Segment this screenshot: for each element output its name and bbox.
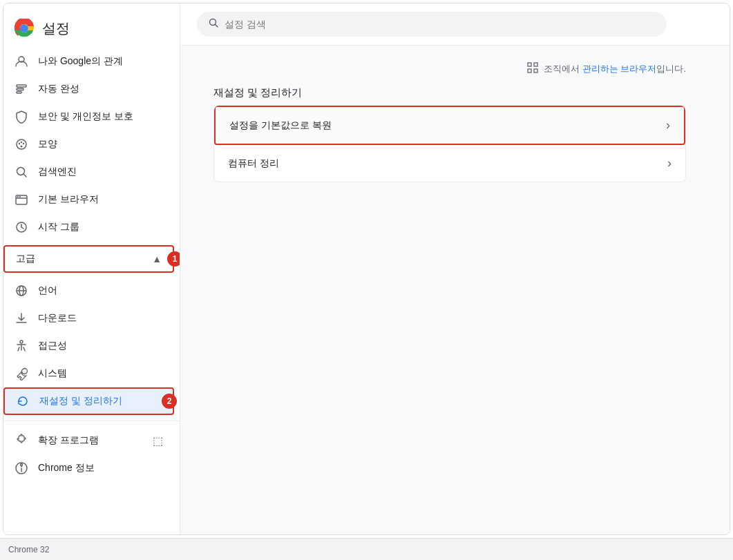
svg-point-17	[19, 196, 21, 197]
svg-point-8	[19, 143, 20, 144]
sidebar-label-downloads: 다운로드	[38, 312, 163, 325]
autofill-icon	[15, 82, 28, 96]
sidebar-label-on-startup: 시작 그룹	[38, 221, 163, 233]
app-title: 설정	[42, 19, 70, 38]
search-bar-container	[180, 3, 730, 46]
external-link-icon: ⬚	[153, 434, 163, 447]
search-bar-icon	[208, 17, 219, 31]
svg-point-12	[17, 168, 25, 175]
sidebar-label-autofill: 자동 완성	[38, 83, 163, 95]
sidebar-item-privacy[interactable]: 보안 및 개인정보 보호	[3, 103, 174, 131]
chrome-logo-icon	[15, 19, 34, 38]
chevron-up-icon: ▲	[152, 253, 162, 264]
sidebar-label-appearance: 모양	[38, 138, 163, 151]
sidebar-label-extensions: 확장 프로그램	[38, 434, 143, 447]
sidebar-item-system[interactable]: 시스템	[3, 360, 174, 387]
puzzle-icon	[15, 434, 28, 447]
wrench-icon	[15, 367, 28, 380]
sidebar-label-reset: 재설정 및 정리하기	[39, 395, 162, 407]
sidebar-label-system: 시스템	[38, 367, 163, 380]
svg-line-13	[24, 175, 27, 177]
palette-icon	[15, 137, 28, 151]
sidebar-item-google-account[interactable]: 나와 Google의 관계	[3, 48, 174, 75]
grid-icon	[527, 62, 538, 75]
person-icon	[15, 55, 28, 68]
search-icon	[15, 165, 28, 179]
svg-point-16	[17, 196, 19, 197]
svg-point-23	[20, 340, 23, 343]
svg-point-2	[21, 26, 28, 32]
search-bar[interactable]	[197, 12, 667, 37]
shield-icon	[15, 110, 28, 124]
svg-point-7	[17, 139, 26, 149]
svg-rect-31	[534, 63, 537, 66]
sidebar-label-search-engine: 검색엔진	[38, 166, 163, 178]
startup-icon	[15, 220, 28, 234]
svg-rect-5	[17, 88, 23, 90]
sidebar-header: 설정	[3, 9, 180, 48]
managed-link[interactable]: 관리하는 브라우저	[582, 64, 657, 74]
sidebar-item-on-startup[interactable]: 시작 그룹	[3, 213, 174, 241]
advanced-label: 고급	[16, 253, 142, 265]
sidebar-item-downloads[interactable]: 다운로드	[3, 305, 174, 332]
svg-point-26	[21, 464, 23, 466]
svg-rect-4	[17, 85, 26, 87]
sidebar: 설정 나와 Google의 관계 자동 완성 보안 및 개인정보 보호	[3, 3, 180, 534]
reset-item-wrapper-1: 3 설정을 기본값으로 복원 ›	[214, 106, 685, 145]
sidebar-item-languages[interactable]: 언어	[3, 277, 174, 305]
svg-rect-33	[534, 69, 537, 73]
main-content: 조직에서 관리하는 브라우저입니다. 재설정 및 정리하기 3 설정을 기본값으…	[180, 3, 730, 534]
sidebar-item-extensions[interactable]: 확장 프로그램 ⬚	[3, 427, 174, 454]
status-bar-text: Chrome 32	[8, 545, 49, 554]
content-area: 조직에서 관리하는 브라우저입니다. 재설정 및 정리하기 3 설정을 기본값으…	[180, 46, 719, 199]
globe-icon	[15, 284, 28, 298]
sidebar-label-about: Chrome 정보	[38, 462, 163, 474]
managed-text: 조직에서 관리하는 브라우저입니다.	[544, 63, 686, 75]
reset-list: 3 설정을 기본값으로 복원 › 컴퓨터 정리 ›	[213, 105, 686, 182]
advanced-badge: 1	[167, 251, 180, 267]
section-title: 재설정 및 정리하기	[213, 86, 686, 99]
sidebar-item-accessibility[interactable]: 접근성	[3, 332, 174, 360]
advanced-section-wrapper: 고급 ▲ 1	[3, 242, 180, 276]
sidebar-item-default-browser[interactable]: 기본 브라우저	[3, 186, 174, 213]
sidebar-label-default-browser: 기본 브라우저	[38, 193, 163, 206]
sidebar-item-reset[interactable]: 재설정 및 정리하기	[3, 387, 174, 415]
sidebar-item-about[interactable]: Chrome 정보	[3, 454, 174, 482]
sidebar-item-appearance[interactable]: 모양	[3, 131, 174, 158]
restore-defaults-label: 설정을 기본값으로 복원	[229, 119, 666, 132]
accessibility-icon	[15, 339, 28, 353]
svg-point-10	[23, 143, 24, 144]
sidebar-label-languages: 언어	[38, 284, 163, 297]
chevron-right-icon-restore: ›	[666, 118, 670, 133]
sidebar-item-autofill[interactable]: 자동 완성	[3, 75, 174, 103]
chrome-about-icon	[15, 461, 28, 475]
reset-item-restore[interactable]: 설정을 기본값으로 복원 ›	[214, 106, 685, 145]
browser-icon	[15, 193, 28, 206]
reset-badge: 2	[162, 394, 177, 409]
svg-point-11	[21, 146, 23, 148]
svg-rect-32	[528, 69, 531, 73]
clean-computer-label: 컴퓨터 정리	[228, 157, 667, 170]
chevron-right-icon-clean: ›	[667, 156, 672, 171]
reset-icon	[16, 394, 30, 408]
svg-rect-30	[528, 63, 531, 66]
svg-line-29	[216, 25, 218, 28]
download-icon	[15, 311, 28, 325]
reset-item-clean[interactable]: 컴퓨터 정리 ›	[214, 145, 685, 182]
sidebar-reset-wrapper: 재설정 및 정리하기 2	[3, 387, 174, 415]
sidebar-divider	[3, 421, 180, 421]
status-bar: Chrome 32	[0, 538, 733, 560]
sidebar-label-accessibility: 접근성	[38, 340, 163, 352]
search-input[interactable]	[225, 19, 656, 30]
sidebar-label-google-account: 나와 Google의 관계	[38, 55, 163, 68]
sidebar-item-search-engine[interactable]: 검색엔진	[3, 158, 174, 186]
advanced-header[interactable]: 고급 ▲	[3, 245, 174, 273]
managed-notice: 조직에서 관리하는 브라우저입니다.	[213, 62, 686, 75]
svg-point-9	[21, 142, 22, 143]
svg-rect-6	[17, 92, 21, 94]
sidebar-label-privacy: 보안 및 개인정보 보호	[38, 110, 163, 123]
